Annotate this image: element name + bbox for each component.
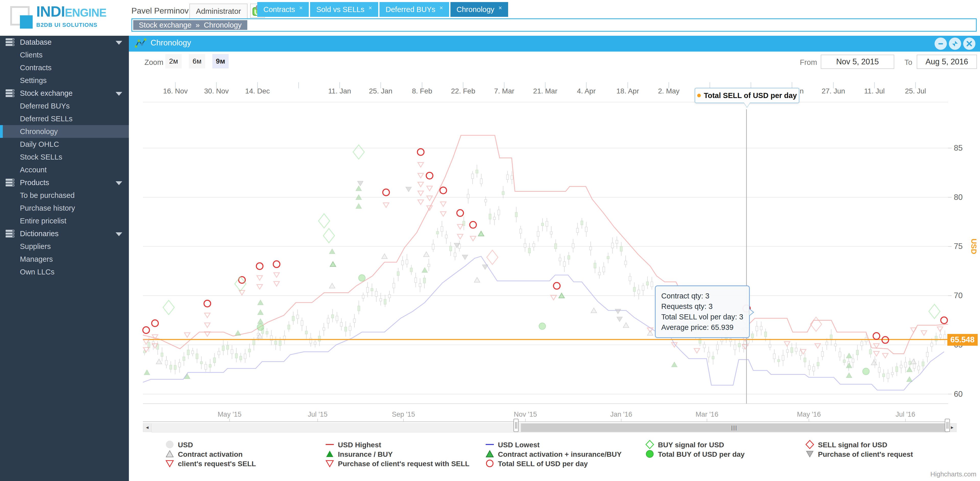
legend-item-buy-signal-for-usd[interactable]: BUY signal for USD	[645, 440, 745, 449]
legend-item-contract-activation[interactable]: Contract activation	[165, 449, 256, 459]
server-icon	[6, 89, 16, 99]
minimize-button[interactable]	[935, 38, 947, 50]
sidebar-item-daily-ohlc[interactable]: Daily OHLC	[0, 138, 129, 151]
zoom-range-button-6м[interactable]: 6м	[189, 54, 205, 68]
legend-item-usd-lowest[interactable]: USD Lowest	[485, 440, 622, 449]
sidebar-item-clients[interactable]: Clients	[0, 48, 129, 61]
tab-close-icon[interactable]: ×	[369, 4, 372, 11]
svg-text:22. Feb: 22. Feb	[451, 87, 475, 95]
chevron-down-icon	[116, 181, 122, 185]
brand-tagline: B2DB UI SOLUTIONS	[36, 22, 107, 28]
role-select[interactable]: Administrator	[189, 3, 248, 19]
tab-close-icon[interactable]: ×	[498, 4, 502, 11]
scroll-left-button[interactable]: ◄	[143, 423, 151, 432]
zoom-range-button-2м[interactable]: 2м	[165, 54, 182, 68]
legend-column: BUY signal for USDTotal BUY of USD per d…	[645, 440, 745, 459]
tab-contracts[interactable]: Contracts×	[257, 2, 309, 17]
point-tooltip: Contract qty: 3 Requests qty: 3 Total SE…	[655, 285, 750, 338]
gray-tri-down-icon	[805, 449, 815, 460]
svg-text:Jul '16: Jul '16	[896, 411, 915, 418]
tab-chronology[interactable]: Chronology×	[450, 2, 508, 17]
sidebar-item-suppliers[interactable]: Suppliers	[0, 240, 129, 253]
svg-text:60: 60	[954, 390, 963, 398]
sidebar-item-label: Settings	[20, 76, 47, 85]
sidebar-item-purchase-history[interactable]: Purchase history	[0, 202, 129, 215]
stock-chart[interactable]: 85807570656016. Nov30. Nov14. Dec11. Jan…	[0, 0, 980, 481]
from-label: From	[800, 58, 817, 67]
from-date-input[interactable]	[821, 55, 894, 69]
sidebar-item-dictionaries[interactable]: Dictionaries	[0, 227, 129, 240]
svg-text:8. Feb: 8. Feb	[412, 87, 432, 95]
user-name: Pavel Perminov	[131, 6, 189, 16]
breadcrumb-section: Stock exchange	[139, 21, 191, 29]
svg-text:70: 70	[954, 291, 963, 300]
sidebar-item-chronology[interactable]: Chronology	[0, 125, 129, 138]
sidebar-item-deferred-buys[interactable]: Deferred BUYs	[0, 100, 129, 112]
legend-item-purchase-of-client-s-request[interactable]: Purchase of client's request	[805, 449, 913, 459]
panel-header	[129, 36, 980, 52]
maximize-button[interactable]	[949, 38, 961, 50]
navigator-handle-left[interactable]	[514, 419, 519, 432]
sidebar-item-label: Daily OHLC	[20, 140, 59, 148]
left-arrow-icon: ◄	[145, 425, 150, 430]
tab-deferred-buys[interactable]: Deferred BUYs×	[380, 2, 449, 17]
tab-close-icon[interactable]: ×	[439, 4, 443, 11]
svg-text:4. Apr: 4. Apr	[577, 87, 596, 95]
server-icon	[6, 179, 16, 189]
sidebar-item-stock-exchange[interactable]: Stock exchange	[0, 87, 129, 100]
navigator-handle-right[interactable]	[945, 419, 950, 432]
sidebar-item-stock-sells[interactable]: Stock SELLs	[0, 151, 129, 163]
sidebar-item-label: Purchase history	[20, 204, 75, 212]
sidebar-item-to-be-purchased[interactable]: To be purchased	[0, 189, 129, 202]
legend-column: USD HighestInsurance / BUYPurchase of cl…	[325, 440, 469, 468]
legend-item-client-s-request-s-sell[interactable]: client's request's SELL	[165, 459, 256, 468]
sidebar-item-own-llcs[interactable]: Own LLCs	[0, 266, 129, 278]
legend-label: Total SELL of USD per day	[498, 460, 588, 468]
highcharts-credit[interactable]: Highcharts.com	[930, 470, 977, 478]
window-controls	[935, 38, 975, 50]
tab-close-icon[interactable]: ×	[299, 4, 303, 11]
close-button[interactable]	[963, 38, 975, 50]
sidebar-item-settings[interactable]: Settings	[0, 74, 129, 87]
legend-item-purchase-of-client-s-request-with-sell[interactable]: Purchase of client's request with SELL	[325, 459, 469, 468]
chart-legend: USDContract activationclient's request's…	[0, 440, 980, 471]
legend-item-usd[interactable]: USD	[165, 440, 256, 449]
sidebar-item-products[interactable]: Products	[0, 176, 129, 189]
breadcrumb-chip[interactable]: Stock exchange » Chronology	[133, 20, 247, 30]
red-line-icon	[325, 440, 334, 450]
sidebar-item-deferred-sells[interactable]: Deferred SELLs	[0, 112, 129, 125]
svg-text:May '16: May '16	[797, 411, 821, 418]
right-arrow-icon: ►	[950, 425, 955, 430]
sidebar-item-label: To be purchased	[20, 191, 75, 200]
tooltip-line: Total SELL vol per day: 3	[661, 312, 743, 322]
sidebar: DatabaseClientsContractsSettingsStock ex…	[0, 36, 129, 481]
sidebar-item-account[interactable]: Account	[0, 163, 129, 176]
legend-column: USD LowestContract activation + insuranc…	[485, 440, 622, 468]
sidebar-item-managers[interactable]: Managers	[0, 253, 129, 266]
legend-item-insurance-buy[interactable]: Insurance / BUY	[325, 449, 469, 459]
sidebar-item-contracts[interactable]: Contracts	[0, 61, 129, 74]
svg-text:7. Mar: 7. Mar	[494, 87, 514, 95]
legend-item-total-sell-of-usd-per-day[interactable]: Total SELL of USD per day	[485, 459, 622, 468]
green-tri-up-bordered-icon	[485, 449, 494, 460]
to-date-input[interactable]	[917, 55, 977, 69]
sidebar-item-label: Dictionaries	[20, 229, 59, 238]
legend-label: Insurance / BUY	[338, 450, 393, 459]
chevron-down-icon	[116, 41, 122, 45]
green-circle-icon	[645, 449, 654, 460]
legend-item-total-buy-of-usd-per-day[interactable]: Total BUY of USD per day	[645, 449, 745, 459]
sidebar-item-label: Deferred BUYs	[20, 102, 70, 110]
legend-label: USD Highest	[338, 441, 381, 449]
svg-text:16. Nov: 16. Nov	[163, 87, 188, 95]
legend-item-sell-signal-for-usd[interactable]: SELL signal for USD	[805, 440, 913, 449]
sidebar-item-entire-pricelist[interactable]: Entire pricelist	[0, 215, 129, 227]
sidebar-item-database[interactable]: Database	[0, 36, 129, 48]
zoom-range-button-9м[interactable]: 9м	[212, 54, 229, 68]
legend-item-usd-highest[interactable]: USD Highest	[325, 440, 469, 449]
logo-icon	[10, 4, 34, 30]
legend-item-contract-activation-insurance-buy[interactable]: Contract activation + insurance/BUY	[485, 449, 622, 459]
tab-sold-vs-sells[interactable]: Sold vs SELLs×	[310, 2, 378, 17]
scrollbar-thumb[interactable]: |||	[521, 423, 948, 432]
breadcrumb: Stock exchange » Chronology	[131, 18, 977, 32]
series-marker-dot	[697, 94, 701, 97]
